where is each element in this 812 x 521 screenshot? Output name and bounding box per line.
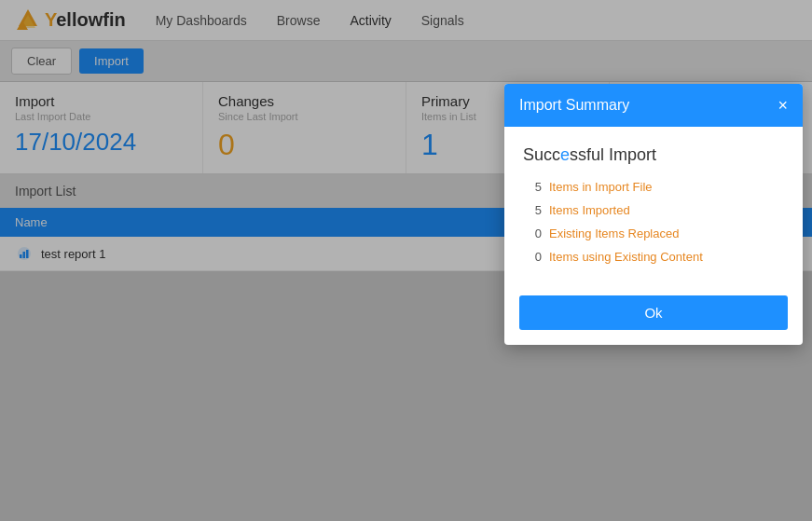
modal-overlay: Import Summary × Successful Import 5 Ite… <box>0 0 812 521</box>
summary-num-3: 0 <box>523 250 542 264</box>
summary-label-1: Items Imported <box>549 203 630 217</box>
import-summary-modal: Import Summary × Successful Import 5 Ite… <box>504 84 803 345</box>
modal-header: Import Summary × <box>504 84 803 127</box>
summary-num-1: 5 <box>523 203 542 217</box>
modal-close-button[interactable]: × <box>778 97 788 114</box>
modal-title: Import Summary <box>519 97 629 114</box>
summary-list: 5 Items in Import File 5 Items Imported … <box>523 180 784 264</box>
summary-num-2: 0 <box>523 226 542 240</box>
summary-item-1: 5 Items Imported <box>523 203 784 217</box>
modal-body: Successful Import 5 Items in Import File… <box>504 127 803 288</box>
summary-item-2: 0 Existing Items Replaced <box>523 226 784 240</box>
modal-footer: Ok <box>504 288 803 345</box>
summary-num-0: 5 <box>523 180 542 194</box>
summary-label-2: Existing Items Replaced <box>549 226 679 240</box>
summary-item-0: 5 Items in Import File <box>523 180 784 194</box>
summary-label-0: Items in Import File <box>549 180 653 194</box>
ok-button[interactable]: Ok <box>519 295 788 330</box>
success-title: Successful Import <box>523 145 784 165</box>
summary-label-3: Items using Existing Content <box>549 250 703 264</box>
summary-item-3: 0 Items using Existing Content <box>523 250 784 264</box>
